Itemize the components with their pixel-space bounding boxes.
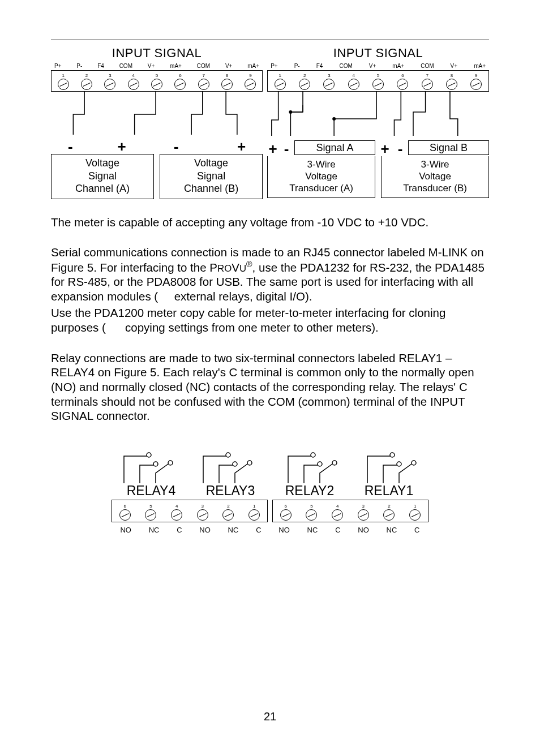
sign: + bbox=[378, 141, 392, 156]
text: RO bbox=[217, 263, 232, 274]
screw-icon bbox=[248, 509, 260, 521]
paragraph: Use the PDA1200 meter copy cable for met… bbox=[51, 306, 489, 334]
svg-point-9 bbox=[318, 462, 322, 466]
tnum: 9 bbox=[249, 73, 251, 78]
screw-icon bbox=[280, 509, 292, 521]
tnum: 4 bbox=[353, 73, 355, 78]
text: P bbox=[209, 261, 217, 274]
tnum: 2 bbox=[85, 73, 88, 78]
svg-point-4 bbox=[168, 461, 173, 465]
rnum: 4 bbox=[336, 504, 338, 509]
sign: - bbox=[51, 139, 104, 154]
tnum: 1 bbox=[279, 73, 281, 78]
cap: V+ bbox=[225, 63, 233, 69]
screw-icon bbox=[397, 79, 408, 90]
rnum: 6 bbox=[285, 504, 287, 509]
rnum: 1 bbox=[253, 504, 255, 509]
rcap: NC bbox=[387, 526, 397, 534]
cap: P- bbox=[294, 63, 300, 69]
screw-icon bbox=[409, 509, 421, 521]
signal-b-box: Signal B bbox=[408, 140, 489, 155]
relay-block-left: 6 5 4 3 2 1 bbox=[112, 500, 268, 522]
cap: P+ bbox=[54, 63, 62, 69]
rnum: 6 bbox=[124, 504, 126, 509]
svg-point-8 bbox=[311, 453, 315, 457]
tnum: 7 bbox=[203, 73, 205, 78]
sign: + bbox=[267, 141, 278, 156]
tnum: 6 bbox=[179, 73, 181, 78]
screw-icon bbox=[151, 79, 162, 90]
rnum: 2 bbox=[227, 504, 229, 509]
cap: V+ bbox=[369, 63, 376, 69]
cap: mA+ bbox=[474, 63, 486, 69]
relay-label: RELAY1 bbox=[365, 483, 414, 499]
screw-icon bbox=[275, 79, 286, 90]
screw-icon bbox=[104, 79, 115, 90]
screw-icon bbox=[306, 509, 317, 521]
cap: P+ bbox=[271, 63, 278, 69]
wires bbox=[51, 92, 263, 140]
rcap: C bbox=[177, 526, 182, 534]
rcap: NC bbox=[228, 526, 239, 534]
terminal-captions: P+ P- F4 COM V+ mA+ COM V+ mA+ bbox=[267, 63, 489, 69]
screw-icon bbox=[171, 509, 182, 521]
rcap: C bbox=[414, 526, 419, 534]
svg-point-11 bbox=[390, 453, 395, 457]
wires bbox=[267, 92, 489, 140]
screw-icon bbox=[358, 509, 369, 521]
sign: - bbox=[153, 139, 210, 154]
tnum: 1 bbox=[62, 73, 64, 78]
tnum: 8 bbox=[451, 73, 453, 78]
screw-icon bbox=[446, 79, 457, 90]
tnum: 7 bbox=[426, 73, 428, 78]
rcap: NO bbox=[199, 526, 211, 534]
tnum: 8 bbox=[226, 73, 228, 78]
svg-point-7 bbox=[247, 461, 252, 465]
screw-icon bbox=[348, 79, 359, 90]
tnum: 4 bbox=[132, 73, 134, 78]
tnum: 2 bbox=[303, 73, 306, 78]
relay-caps: NO NC C NO NC C NO NC C NO NC C bbox=[112, 526, 428, 534]
screw-icon bbox=[372, 79, 384, 90]
page: INPUT SIGNAL P+ P- F4 COM V+ mA+ COM V+ … bbox=[0, 0, 540, 756]
rnum: 1 bbox=[414, 504, 416, 509]
screw-icon bbox=[332, 509, 343, 521]
panel-3wire: INPUT SIGNAL P+ P- F4 COM V+ mA+ COM V+ … bbox=[267, 46, 489, 199]
polarity-row: - + - + bbox=[51, 139, 263, 154]
box-voltage-a: Voltage Signal Channel (A) bbox=[51, 154, 154, 199]
sign: - bbox=[395, 141, 406, 156]
text: copying settings from one meter to other… bbox=[122, 321, 378, 334]
figure-row: INPUT SIGNAL P+ P- F4 COM V+ mA+ COM V+ … bbox=[51, 46, 489, 199]
box-3wire-b: 3-Wire Voltage Transducer (B) bbox=[381, 156, 489, 199]
terminal-block: 1 2 3 4 5 6 7 8 9 bbox=[51, 70, 263, 92]
tnum: 6 bbox=[401, 73, 404, 78]
relay-labels: RELAY4 RELAY3 RELAY2 RELAY1 bbox=[112, 483, 428, 499]
screw-icon bbox=[145, 509, 156, 521]
text: V bbox=[232, 261, 239, 274]
signal-a-box: Signal A bbox=[294, 140, 375, 155]
svg-point-1 bbox=[332, 117, 336, 121]
box-voltage-b: Voltage Signal Channel (B) bbox=[160, 154, 263, 199]
relay-label: RELAY4 bbox=[127, 483, 176, 499]
relay-contacts bbox=[112, 439, 428, 484]
cap: mA+ bbox=[170, 63, 182, 69]
polarity-row: + - Signal A + - Signal B bbox=[267, 140, 489, 156]
registered-icon: ® bbox=[246, 260, 252, 269]
relay-label: RELAY2 bbox=[285, 483, 335, 499]
cap: V+ bbox=[451, 63, 458, 69]
tnum: 3 bbox=[109, 73, 111, 78]
screw-icon bbox=[221, 79, 233, 90]
rcap: C bbox=[256, 526, 261, 534]
svg-point-13 bbox=[412, 461, 416, 465]
screw-icon bbox=[197, 509, 208, 521]
rcap: NO bbox=[278, 526, 290, 534]
sign: + bbox=[210, 139, 263, 154]
sign: - bbox=[281, 141, 292, 156]
screw-icon bbox=[299, 79, 310, 90]
rcap: NC bbox=[149, 526, 160, 534]
screw-icon bbox=[81, 79, 92, 90]
text: external relays, digital I/O). bbox=[171, 290, 312, 303]
body-text: The meter is capable of accepting any vo… bbox=[51, 215, 489, 423]
page-number: 21 bbox=[264, 710, 276, 723]
screw-icon bbox=[383, 509, 395, 521]
